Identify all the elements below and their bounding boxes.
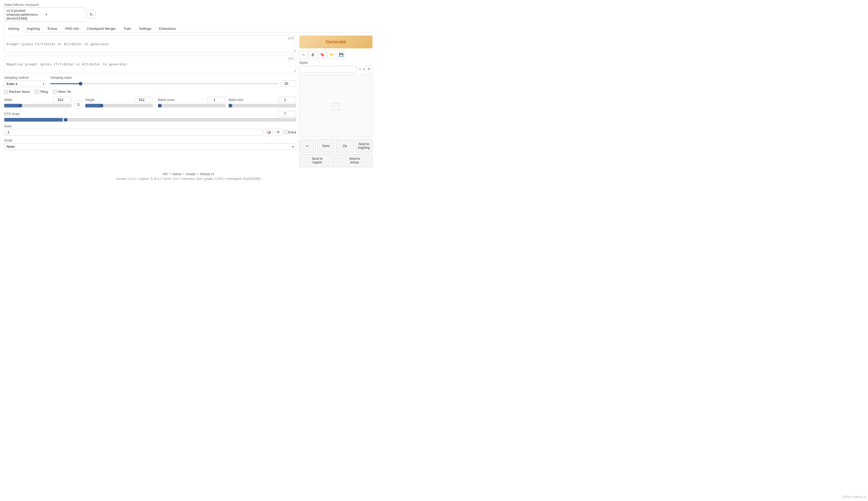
api-link[interactable]: API xyxy=(163,172,168,176)
tabs-bar: txt2img img2img Extras PNG Info Checkpoi… xyxy=(4,25,372,32)
negative-prompt-box: 0/75 xyxy=(4,56,296,73)
checkpoint-row: v1-5-pruned-emaonly.safetensors [6ce0161… xyxy=(4,7,372,22)
seed-dice-button[interactable]: 🎲 xyxy=(265,128,273,136)
tiling-label: Tiling xyxy=(40,90,48,94)
styles-refresh-button[interactable]: ↻ xyxy=(366,66,372,72)
batch-count-group: Batch count xyxy=(158,97,225,107)
hires-fix-label: Hires. fix xyxy=(58,90,71,94)
generate-button[interactable]: Generate xyxy=(299,35,372,49)
styles-arrow-icon: ▾ xyxy=(363,67,365,71)
toolbar-row: ⤡ 🗑 🔖 📁 💾 xyxy=(299,51,372,59)
right-panel: Generate ⤡ 🗑 🔖 📁 💾 Styles × ▾ ↻ xyxy=(299,35,372,167)
script-select[interactable]: None xyxy=(4,143,296,150)
checkpoint-select[interactable]: v1-5-pruned-emaonly.safetensors [6ce0161… xyxy=(4,7,85,22)
positive-prompt-input[interactable] xyxy=(4,36,296,52)
cfg-scale-input[interactable] xyxy=(278,111,296,117)
tab-png-info[interactable]: PNG Info xyxy=(61,25,83,32)
height-group: Height xyxy=(85,97,153,107)
sampling-steps-input[interactable] xyxy=(280,81,296,87)
positive-prompt-box: 0/75 xyxy=(4,35,296,53)
sampling-steps-slider[interactable] xyxy=(50,83,278,84)
output-buttons: ↩ Save Zip Send to img2img Send to inpai… xyxy=(299,139,372,167)
script-select-wrapper: None xyxy=(4,143,296,150)
checkboxes-row: Restore faces Tiling Hires. fix xyxy=(4,90,296,94)
checkpoint-refresh-button[interactable]: ↻ xyxy=(87,10,95,19)
footer-version: version: v1.2.1 • python: 3.10.11 • torc… xyxy=(4,177,372,181)
sampling-row: Sampling method Euler a Euler LMS Heun D… xyxy=(4,76,296,87)
cfg-scale-group: CFG Scale xyxy=(4,111,296,121)
checkpoint-value: v1-5-pruned-emaonly.safetensors [6ce0161… xyxy=(7,9,43,20)
sampling-steps-row xyxy=(50,81,296,87)
tab-train[interactable]: Train xyxy=(119,25,135,32)
extra-checkbox-input[interactable] xyxy=(284,130,287,134)
extra-checkbox[interactable]: Extra xyxy=(284,130,296,134)
width-slider[interactable] xyxy=(4,104,72,107)
batch-count-slider[interactable] xyxy=(158,104,225,107)
sampling-steps-label: Sampling steps xyxy=(50,76,296,79)
width-input[interactable] xyxy=(53,97,72,103)
tab-settings[interactable]: Settings xyxy=(135,25,155,32)
footer-links: API • Github • Gradio • Reload UI xyxy=(4,172,372,176)
send-to-inpaint-button[interactable]: Send to inpaint xyxy=(299,154,335,167)
script-group: Script None xyxy=(4,139,296,150)
hires-fix-checkbox[interactable]: Hires. fix xyxy=(53,90,71,94)
send-to-img2img-button[interactable]: Send to img2img xyxy=(355,139,373,152)
batch-size-slider[interactable] xyxy=(229,104,296,107)
restore-faces-checkbox[interactable]: Restore faces xyxy=(4,90,30,94)
seed-label: Seed xyxy=(4,125,11,128)
tab-checkpoint-merger[interactable]: Checkpoint Merger xyxy=(83,25,119,32)
height-input[interactable] xyxy=(135,97,153,103)
save-toolbar-button[interactable]: 💾 xyxy=(337,51,345,59)
styles-label: Styles xyxy=(299,61,372,65)
gradio-link[interactable]: Gradio xyxy=(186,172,195,176)
styles-input[interactable] xyxy=(299,66,357,72)
image-preview: ⬚ xyxy=(299,75,372,137)
batch-size-label: Batch size xyxy=(229,98,243,102)
seed-recycle-button[interactable]: ♻ xyxy=(274,128,282,136)
tab-extras[interactable]: Extras xyxy=(44,25,61,32)
checkpoint-label: Stable Diffusion checkpoint xyxy=(4,3,372,6)
negative-prompt-counter: 0/75 xyxy=(288,57,294,60)
tab-extensions[interactable]: Extensions xyxy=(155,25,180,32)
reload-ui-link[interactable]: Reload UI xyxy=(200,172,214,176)
cfg-scale-slider[interactable] xyxy=(4,118,296,121)
height-slider[interactable] xyxy=(85,104,153,107)
sampling-method-select-wrapper: Euler a Euler LMS Heun DPM2 DPM++ 2M xyxy=(4,81,46,87)
tab-img2img[interactable]: img2img xyxy=(23,25,44,32)
sampling-steps-group: Sampling steps xyxy=(50,76,296,87)
trash-button[interactable]: 🗑 xyxy=(309,51,317,59)
send-back-button[interactable]: ↩ xyxy=(299,139,316,152)
width-group: Width xyxy=(4,97,72,107)
sampling-method-select[interactable]: Euler a Euler LMS Heun DPM2 DPM++ 2M xyxy=(4,81,46,87)
send-to-extras-button[interactable]: Send to extras xyxy=(337,154,372,167)
zip-button[interactable]: Zip xyxy=(336,139,354,152)
image-placeholder-icon: ⬚ xyxy=(331,100,340,111)
folder-button[interactable]: 📁 xyxy=(328,51,336,59)
seed-section: Seed 🎲 ♻ Extra xyxy=(4,124,296,136)
negative-prompt-input[interactable] xyxy=(4,56,296,72)
script-label: Script xyxy=(4,139,296,142)
tab-txt2img[interactable]: txt2img xyxy=(4,25,23,32)
styles-input-row: × ▾ ↻ xyxy=(299,66,372,72)
batch-size-group: Batch size xyxy=(229,97,296,107)
styles-clear-button[interactable]: × xyxy=(358,67,362,72)
sampling-method-label: Sampling method xyxy=(4,76,46,79)
shrink-button[interactable]: ⤡ xyxy=(299,51,308,59)
swap-dimensions-button[interactable]: ⇅ xyxy=(75,101,82,108)
hires-fix-input[interactable] xyxy=(53,90,56,93)
height-label: Height xyxy=(85,98,94,102)
seed-input[interactable] xyxy=(4,129,263,136)
left-panel: 0/75 0/75 Sampling method Euler a Euler … xyxy=(4,35,296,167)
footer: API • Github • Gradio • Reload UI versio… xyxy=(4,172,372,181)
width-label: Width xyxy=(4,98,12,102)
restore-faces-input[interactable] xyxy=(4,90,8,93)
bookmark-button[interactable]: 🔖 xyxy=(318,51,327,59)
tiling-input[interactable] xyxy=(35,90,39,93)
batch-size-input[interactable] xyxy=(278,97,296,103)
github-link[interactable]: Github xyxy=(172,172,182,176)
checkpoint-arrow-icon: ▾ xyxy=(45,12,82,17)
save-button[interactable]: Save xyxy=(317,139,335,152)
tiling-checkbox[interactable]: Tiling xyxy=(35,90,48,94)
batch-count-input[interactable] xyxy=(207,97,225,103)
sampling-method-group: Sampling method Euler a Euler LMS Heun D… xyxy=(4,76,46,87)
